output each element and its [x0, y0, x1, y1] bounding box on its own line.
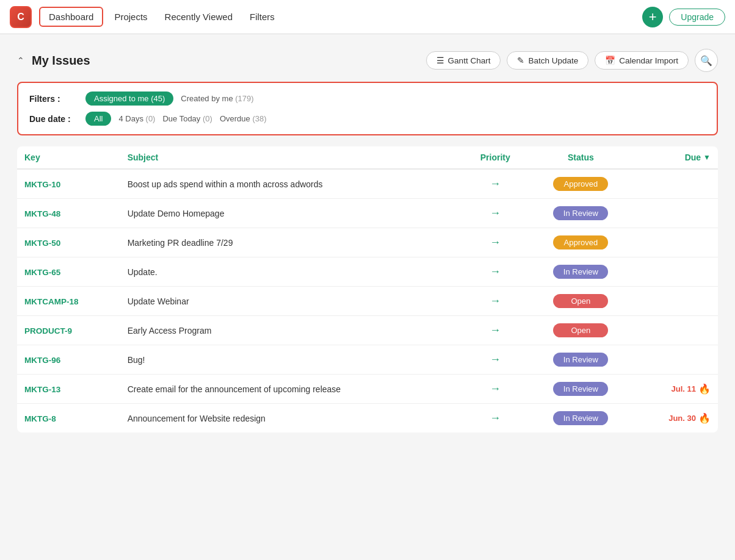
issue-due-cell: [633, 257, 718, 287]
table-row: MKTG-13Create email for the announcement…: [17, 375, 718, 404]
issue-subject-cell: Create email for the announcement of upc…: [120, 375, 462, 404]
issue-subject-cell: Bug!: [120, 345, 462, 375]
calendar-import-button[interactable]: 📅 Calendar Import: [595, 51, 689, 70]
priority-arrow-icon[interactable]: →: [490, 324, 501, 336]
col-header-key: Key: [17, 146, 120, 169]
fire-icon: 🔥: [698, 383, 711, 395]
issue-priority-cell[interactable]: →: [462, 228, 529, 257]
nav-add-button[interactable]: +: [642, 7, 663, 27]
issue-key-link[interactable]: MKTCAMP-18: [24, 297, 79, 306]
calendar-icon: 📅: [605, 56, 615, 65]
gantt-chart-button[interactable]: ☰ Gantt Chart: [426, 51, 501, 70]
issue-priority-cell[interactable]: →: [462, 316, 529, 345]
due-today-filter[interactable]: Due Today (0): [162, 114, 212, 123]
issues-table: Key Subject Priority Status Due ▼ MKTG-1…: [17, 146, 718, 433]
nav-recently-viewed-button[interactable]: Recently Viewed: [156, 8, 241, 26]
main-content: ⌃ My Issues ☰ Gantt Chart ✎ Batch Update…: [7, 49, 728, 433]
issue-priority-cell[interactable]: →: [462, 345, 529, 375]
issue-status-cell: Approved: [529, 228, 633, 257]
issue-due-cell: [633, 199, 718, 228]
issue-key-link[interactable]: MKTG-10: [24, 180, 60, 189]
issue-subject-cell: Update.: [120, 257, 462, 287]
priority-arrow-icon[interactable]: →: [490, 207, 501, 219]
issue-subject-cell: Update Webinar: [120, 287, 462, 316]
priority-arrow-icon[interactable]: →: [490, 178, 501, 190]
filters-box: Filters : Assigned to me (45) Created by…: [17, 82, 718, 135]
status-badge[interactable]: In Review: [553, 382, 608, 396]
four-days-filter[interactable]: 4 Days (0): [118, 114, 155, 123]
all-filter[interactable]: All: [85, 112, 111, 126]
status-badge[interactable]: In Review: [553, 353, 608, 367]
due-cell-wrapper: Jul. 11🔥: [640, 383, 711, 395]
status-badge[interactable]: Open: [553, 323, 608, 337]
priority-arrow-icon[interactable]: →: [490, 412, 501, 424]
top-nav: C Dashboard Projects Recently Viewed Fil…: [0, 0, 735, 34]
status-badge[interactable]: In Review: [553, 265, 608, 279]
issue-status-cell: Open: [529, 287, 633, 316]
issue-priority-cell[interactable]: →: [462, 257, 529, 287]
status-badge[interactable]: In Review: [553, 411, 608, 425]
issue-status-cell: In Review: [529, 257, 633, 287]
issue-status-cell: In Review: [529, 345, 633, 375]
priority-arrow-icon[interactable]: →: [490, 265, 501, 278]
issue-subject-cell: Update Demo Homepage: [120, 199, 462, 228]
issue-subject-cell: Boost up ads spend within a month across…: [120, 169, 462, 199]
table-row: MKTG-8Announcement for Website redesign→…: [17, 404, 718, 433]
priority-arrow-icon[interactable]: →: [490, 382, 501, 395]
issue-key-cell: MKTG-10: [17, 169, 120, 199]
nav-filters-button[interactable]: Filters: [241, 8, 283, 26]
nav-upgrade-button[interactable]: Upgrade: [669, 9, 725, 26]
app-logo: C: [10, 6, 32, 28]
issue-priority-cell[interactable]: →: [462, 169, 529, 199]
issue-key-cell: PRODUCT-9: [17, 316, 120, 345]
issue-key-link[interactable]: MKTG-13: [24, 385, 60, 394]
issue-due-cell: [633, 345, 718, 375]
issue-priority-cell[interactable]: →: [462, 375, 529, 404]
priority-arrow-icon[interactable]: →: [490, 353, 501, 365]
issue-priority-cell[interactable]: →: [462, 404, 529, 433]
issue-key-link[interactable]: MKTG-96: [24, 356, 60, 365]
col-header-priority: Priority: [462, 146, 529, 169]
issue-key-cell: MKTG-50: [17, 228, 120, 257]
issue-due-cell: [633, 169, 718, 199]
issue-status-cell: Approved: [529, 169, 633, 199]
issue-key-cell: MKTG-8: [17, 404, 120, 433]
search-icon: 🔍: [700, 55, 712, 66]
section-actions: ☰ Gantt Chart ✎ Batch Update 📅 Calendar …: [426, 49, 718, 72]
due-date-label: Due date :: [29, 114, 78, 124]
issue-key-cell: MKTG-48: [17, 199, 120, 228]
issue-status-cell: In Review: [529, 199, 633, 228]
col-header-status: Status: [529, 146, 633, 169]
issue-key-link[interactable]: MKTG-50: [24, 239, 60, 248]
fire-icon: 🔥: [698, 412, 711, 424]
issue-key-link[interactable]: MKTG-48: [24, 209, 60, 218]
table-row: PRODUCT-9Early Access Program→Open: [17, 316, 718, 345]
issue-due-cell: [633, 287, 718, 316]
issue-status-cell: In Review: [529, 375, 633, 404]
issue-key-link[interactable]: MKTG-8: [24, 414, 56, 423]
collapse-icon[interactable]: ⌃: [17, 56, 24, 65]
status-badge[interactable]: Approved: [553, 177, 608, 191]
nav-dashboard-button[interactable]: Dashboard: [39, 7, 103, 27]
batch-update-button[interactable]: ✎ Batch Update: [507, 51, 588, 70]
issue-key-link[interactable]: MKTG-65: [24, 268, 60, 277]
due-cell-wrapper: Jun. 30🔥: [640, 412, 711, 424]
priority-arrow-icon[interactable]: →: [490, 295, 501, 307]
due-sort-icon[interactable]: ▼: [703, 153, 711, 162]
issue-priority-cell[interactable]: →: [462, 287, 529, 316]
search-button[interactable]: 🔍: [695, 49, 718, 72]
issue-key-link[interactable]: PRODUCT-9: [24, 326, 72, 336]
status-badge[interactable]: Approved: [553, 235, 608, 249]
priority-arrow-icon[interactable]: →: [490, 236, 501, 248]
assigned-to-me-filter[interactable]: Assigned to me (45): [85, 92, 173, 106]
issue-priority-cell[interactable]: →: [462, 199, 529, 228]
table-row: MKTG-10Boost up ads spend within a month…: [17, 169, 718, 199]
issue-status-cell: Open: [529, 316, 633, 345]
section-header: ⌃ My Issues ☰ Gantt Chart ✎ Batch Update…: [17, 49, 718, 72]
table-row: MKTCAMP-18Update Webinar→Open: [17, 287, 718, 316]
nav-projects-button[interactable]: Projects: [106, 8, 156, 26]
overdue-filter[interactable]: Overdue (38): [220, 114, 267, 123]
created-by-me-filter[interactable]: Created by me (179): [181, 94, 253, 103]
status-badge[interactable]: Open: [553, 294, 608, 308]
status-badge[interactable]: In Review: [553, 206, 608, 220]
